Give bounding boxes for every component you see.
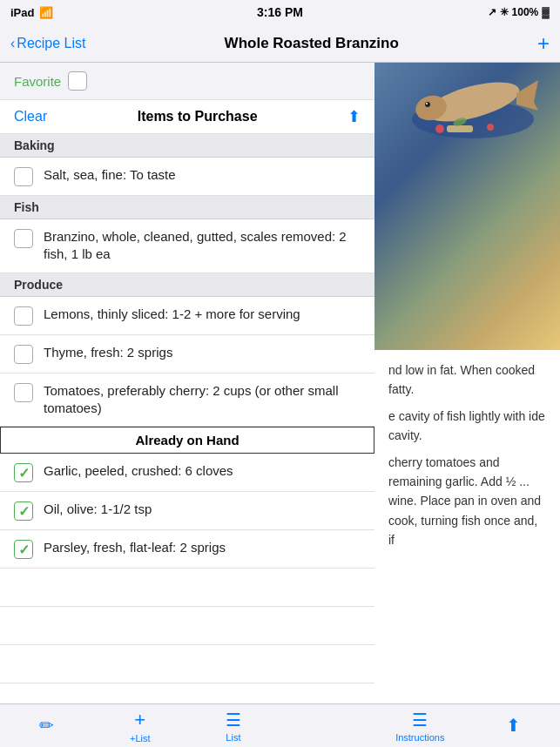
checkmark-icon: ✓	[18, 542, 30, 558]
back-chevron-icon: ‹	[10, 36, 15, 51]
tab-share[interactable]: ⬆	[467, 715, 560, 737]
left-panel: Favorite Clear Items to Purchase ⬆ Bakin…	[0, 63, 374, 703]
fish-image	[403, 71, 543, 141]
list-item-empty	[0, 607, 374, 645]
right-panel: nd low in fat. When cooked fatty. e cavi…	[374, 63, 560, 703]
item-checkbox-branzino[interactable]	[14, 229, 33, 248]
item-text-parsley: Parsley, fresh, flat-leaf: 2 sprigs	[44, 539, 226, 556]
bluetooth-icon: ✳	[500, 6, 509, 18]
checkmark-icon: ✓	[18, 465, 30, 481]
list-item: ✓ Oil, olive: 1-1/2 tsp	[0, 492, 374, 530]
tab-instructions[interactable]: ☰ Instructions	[374, 710, 467, 743]
location-icon: ↗	[488, 6, 496, 18]
status-time: 3:16 PM	[257, 5, 303, 19]
svg-rect-6	[447, 125, 473, 132]
svg-point-5	[426, 103, 428, 104]
checkmark-icon: ✓	[18, 503, 30, 520]
item-text-lemons: Lemons, thinly sliced: 1-2 + more for se…	[44, 306, 300, 323]
list-item: ✓ Garlic, peeled, crushed: 6 cloves	[0, 454, 374, 492]
list-item: Thyme, fresh: 2 sprigs	[0, 335, 374, 374]
share-tab-icon: ⬆	[506, 715, 521, 736]
favorite-row: Favorite	[0, 63, 374, 100]
tab-list-label: List	[226, 732, 240, 743]
svg-marker-2	[516, 80, 538, 111]
list-item: ✓ Parsley, fresh, flat-leaf: 2 sprigs	[0, 530, 374, 569]
item-text-garlic: Garlic, peeled, crushed: 6 cloves	[44, 462, 233, 480]
svg-point-4	[425, 102, 430, 107]
item-checkbox-garlic[interactable]: ✓	[14, 463, 33, 482]
add-list-icon: +	[134, 709, 145, 731]
item-checkbox-lemons[interactable]	[14, 306, 33, 326]
edit-icon: ✏	[39, 715, 54, 736]
tab-list[interactable]: ☰ List	[186, 710, 280, 743]
list-item-empty	[0, 645, 374, 683]
status-bar: iPad 📶 3:16 PM ↗ ✳ 100% ▓	[0, 0, 560, 24]
wifi-icon: 📶	[39, 6, 53, 19]
share-button[interactable]: ⬆	[347, 107, 361, 126]
instructions-icon: ☰	[412, 710, 428, 730]
nav-title: Whole Roasted Branzino	[225, 35, 399, 52]
tab-bar: ✏ + +List ☰ List ☰ Instructions ⬆	[0, 703, 560, 747]
add-button[interactable]: +	[537, 31, 550, 56]
list-item: Salt, sea, fine: To taste	[0, 158, 374, 196]
item-checkbox-parsley[interactable]: ✓	[14, 540, 33, 559]
battery-percent: 100%	[512, 6, 539, 18]
section-header-baking: Baking	[0, 134, 374, 158]
tab-add-list-label: +List	[130, 733, 151, 744]
section-header-fish: Fish	[0, 196, 374, 219]
already-on-hand-header: Already on Hand	[0, 427, 374, 454]
item-text-oil: Oil, olive: 1-1/2 tsp	[44, 501, 152, 518]
item-checkbox-oil[interactable]: ✓	[14, 501, 33, 521]
item-text-tomatoes: Tomatoes, preferably cherry: 2 cups (or …	[44, 382, 361, 418]
item-text-thyme: Thyme, fresh: 2 sprigs	[44, 344, 172, 361]
item-text-salt: Salt, sea, fine: To taste	[44, 166, 175, 184]
favorite-label: Favorite	[14, 74, 61, 89]
recipe-text-area: nd low in fat. When cooked fatty. e cavi…	[374, 350, 560, 703]
shopping-list: Baking Salt, sea, fine: To taste Fish Br…	[0, 134, 374, 703]
carrier-label: iPad	[10, 6, 34, 19]
svg-point-8	[487, 124, 494, 131]
recipe-image	[374, 63, 560, 350]
list-item: Branzino, whole, cleaned, gutted, scales…	[0, 219, 374, 273]
svg-point-7	[435, 124, 444, 133]
list-item-empty	[0, 569, 374, 607]
item-checkbox-salt[interactable]	[14, 167, 33, 186]
nav-bar: ‹ Recipe List Whole Roasted Branzino +	[0, 24, 560, 63]
tab-add-list[interactable]: + +List	[93, 709, 186, 744]
recipe-text-1: nd low in fat. When cooked fatty.	[388, 360, 546, 400]
battery-icon: ▓	[542, 6, 550, 18]
item-text-branzino: Branzino, whole, cleaned, gutted, scales…	[44, 228, 361, 264]
tab-edit[interactable]: ✏	[0, 715, 93, 737]
section-title: Items to Purchase	[138, 109, 258, 124]
list-item: Tomatoes, preferably cherry: 2 cups (or …	[0, 374, 374, 427]
tab-instructions-label: Instructions	[395, 732, 444, 743]
clear-button[interactable]: Clear	[14, 109, 47, 124]
list-item: Lemons, thinly sliced: 1-2 + more for se…	[0, 297, 374, 335]
back-label: Recipe List	[17, 36, 85, 51]
status-right: ↗ ✳ 100% ▓	[488, 6, 550, 18]
item-checkbox-thyme[interactable]	[14, 345, 33, 364]
section-header-produce: Produce	[0, 273, 374, 297]
list-icon: ☰	[226, 710, 241, 730]
status-left: iPad 📶	[10, 6, 53, 19]
recipe-text-2: e cavity of fish lightly with ide cavity…	[388, 407, 546, 446]
items-toolbar: Clear Items to Purchase ⬆	[0, 100, 374, 134]
favorite-checkbox[interactable]	[68, 71, 87, 91]
item-checkbox-tomatoes[interactable]	[14, 383, 33, 402]
back-button[interactable]: ‹ Recipe List	[10, 36, 85, 51]
main-content: Favorite Clear Items to Purchase ⬆ Bakin…	[0, 63, 560, 703]
recipe-text-3: cherry tomatoes and remaining garlic. Ad…	[388, 453, 546, 550]
